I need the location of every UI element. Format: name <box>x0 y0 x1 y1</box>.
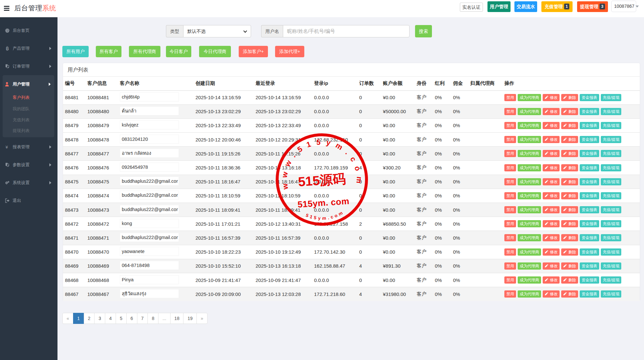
svg-text:¥: ¥ <box>5 145 8 149</box>
svg-text:B: B <box>6 46 9 51</box>
